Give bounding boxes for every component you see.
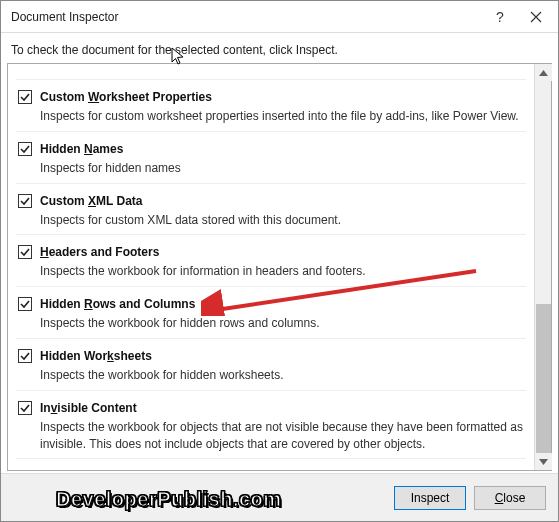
instruction-text: To check the document for the selected c…: [1, 33, 558, 63]
option-description: Inspects the workbook for information in…: [40, 263, 524, 280]
scroll-up-button[interactable]: [535, 64, 552, 81]
option-description: Inspects for custom XML data stored with…: [40, 212, 524, 229]
option-label: Headers and Footers: [40, 245, 159, 259]
inspector-options-list: Custom Worksheet PropertiesInspects for …: [8, 64, 534, 470]
option-hidden-names: Hidden NamesInspects for hidden names: [16, 132, 526, 184]
option-hidden-worksheets: Hidden WorksheetsInspects the workbook f…: [16, 339, 526, 391]
option-label: Hidden Names: [40, 142, 123, 156]
checkbox-custom-xml-data[interactable]: [18, 194, 32, 208]
close-button[interactable]: Close: [474, 486, 546, 510]
dialog-footer: Inspect Close: [1, 473, 558, 521]
option-description: Inspects for hidden names: [40, 160, 524, 177]
close-window-button[interactable]: [518, 1, 554, 33]
close-icon: [530, 11, 542, 23]
partial-item-top: [16, 64, 526, 80]
option-description: Inspects the workbook for objects that a…: [40, 419, 524, 453]
checkbox-custom-worksheet-properties[interactable]: [18, 90, 32, 104]
option-description: Inspects the workbook for hidden rows an…: [40, 315, 524, 332]
window-title: Document Inspector: [11, 10, 118, 24]
option-headers-and-footers: Headers and FootersInspects the workbook…: [16, 235, 526, 287]
checkbox-headers-and-footers[interactable]: [18, 245, 32, 259]
scrollbar[interactable]: [534, 64, 551, 470]
option-hidden-rows-and-columns: Hidden Rows and ColumnsInspects the work…: [16, 287, 526, 339]
checkbox-hidden-rows-and-columns[interactable]: [18, 297, 32, 311]
option-label: Invisible Content: [40, 401, 137, 415]
option-label: Hidden Worksheets: [40, 349, 152, 363]
checkbox-invisible-content[interactable]: [18, 401, 32, 415]
option-invisible-content: Invisible ContentInspects the workbook f…: [16, 391, 526, 460]
option-label: Hidden Rows and Columns: [40, 297, 195, 311]
option-label: Custom Worksheet Properties: [40, 90, 212, 104]
option-label: Custom XML Data: [40, 194, 142, 208]
scroll-thumb[interactable]: [536, 304, 551, 454]
option-description: Inspects for custom worksheet properties…: [40, 108, 524, 125]
checkbox-hidden-worksheets[interactable]: [18, 349, 32, 363]
scroll-down-button[interactable]: [535, 453, 552, 470]
help-button[interactable]: ?: [482, 1, 518, 33]
option-description: Inspects the workbook for hidden workshe…: [40, 367, 524, 384]
inspect-button[interactable]: Inspect: [394, 486, 466, 510]
option-custom-worksheet-properties: Custom Worksheet PropertiesInspects for …: [16, 80, 526, 132]
checkbox-hidden-names[interactable]: [18, 142, 32, 156]
titlebar: Document Inspector ?: [1, 1, 558, 33]
option-custom-xml-data: Custom XML DataInspects for custom XML d…: [16, 184, 526, 236]
